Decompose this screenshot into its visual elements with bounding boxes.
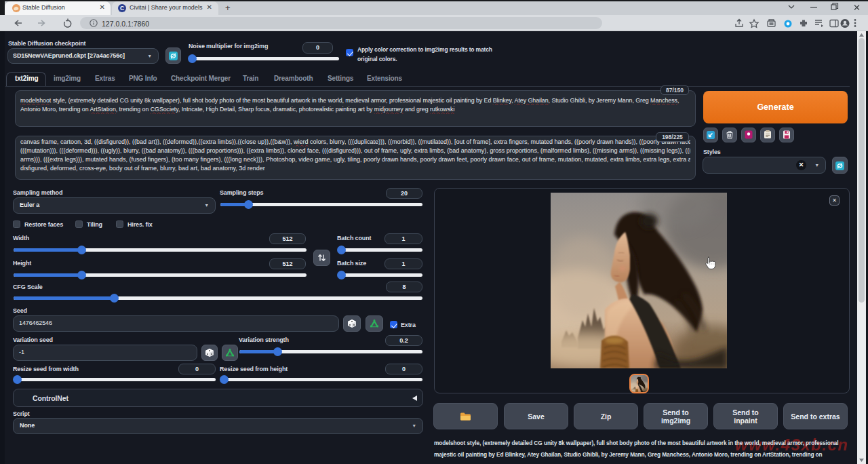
svg-text:C: C	[120, 5, 124, 12]
